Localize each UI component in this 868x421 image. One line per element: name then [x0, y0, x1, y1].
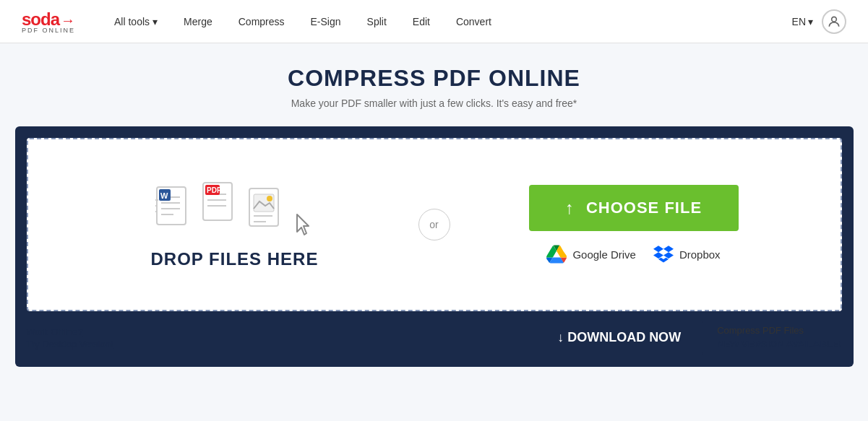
logo[interactable]: soda → PDF ONLINE: [22, 9, 75, 34]
dropbox-icon: [653, 244, 674, 264]
or-circle: or: [418, 209, 450, 240]
nav-esign[interactable]: E-Sign: [301, 10, 351, 33]
drop-zone[interactable]: W PDF: [27, 138, 842, 311]
page-title: COMPRESS PDF ONLINE: [14, 65, 854, 92]
pdf-doc-icon: PDF: [202, 180, 241, 229]
work-offline-link[interactable]: Work Offline?: [27, 326, 113, 337]
file-icons: W PDF: [155, 180, 314, 232]
drop-right: ↑ CHOOSE FILE Google: [456, 185, 812, 264]
cloud-services: Google Drive Dropbox: [546, 244, 720, 264]
promo-text: Compress PDF Files NEW VERSION AVAILABLE…: [717, 324, 841, 350]
svg-point-0: [832, 17, 837, 22]
drop-label: DROP FILES HERE: [151, 249, 319, 269]
or-divider: or: [413, 209, 456, 240]
desktop-version-link[interactable]: Try Desktop Version!: [27, 339, 113, 350]
chevron-down-icon: ▾: [808, 16, 813, 27]
footer-bar: Work Offline? Try Desktop Version! ↓ DOW…: [27, 320, 842, 355]
dropbox-button[interactable]: Dropbox: [653, 244, 721, 264]
word-doc-icon: W: [155, 186, 194, 232]
language-selector[interactable]: EN ▾: [792, 16, 813, 27]
image-doc-icon: [248, 187, 287, 232]
logo-sub: PDF ONLINE: [22, 27, 75, 34]
upload-icon: ↑: [565, 198, 575, 218]
header-right: EN ▾: [792, 9, 846, 34]
google-drive-button[interactable]: Google Drive: [546, 244, 636, 264]
drop-left: W PDF: [57, 180, 413, 269]
page-subtitle: Make your PDF smaller with just a few cl…: [14, 97, 854, 109]
user-account-button[interactable]: [822, 9, 846, 34]
svg-text:W: W: [160, 191, 168, 200]
nav-edit[interactable]: Edit: [403, 10, 440, 33]
offline-links: Work Offline? Try Desktop Version!: [27, 326, 113, 350]
nav-all-tools[interactable]: All tools ▾: [104, 10, 168, 33]
nav-compress[interactable]: Compress: [228, 10, 295, 33]
main-content: COMPRESS PDF ONLINE Make your PDF smalle…: [0, 43, 868, 421]
svg-point-19: [267, 196, 272, 201]
download-now-button[interactable]: ↓ DOWNLOAD NOW: [536, 320, 702, 355]
main-nav: All tools ▾ Merge Compress E-Sign Split …: [104, 10, 792, 33]
nav-convert[interactable]: Convert: [446, 10, 502, 33]
header: soda → PDF ONLINE All tools ▾ Merge Comp…: [0, 0, 868, 43]
chevron-down-icon: ▾: [152, 16, 158, 27]
choose-file-button[interactable]: ↑ CHOOSE FILE: [529, 185, 739, 231]
nav-merge[interactable]: Merge: [173, 10, 223, 33]
svg-marker-22: [297, 214, 309, 235]
cursor-icon: [294, 213, 314, 238]
drop-container: W PDF: [15, 126, 854, 367]
google-drive-icon: [546, 244, 567, 264]
nav-split[interactable]: Split: [357, 10, 397, 33]
svg-text:PDF: PDF: [207, 186, 221, 194]
